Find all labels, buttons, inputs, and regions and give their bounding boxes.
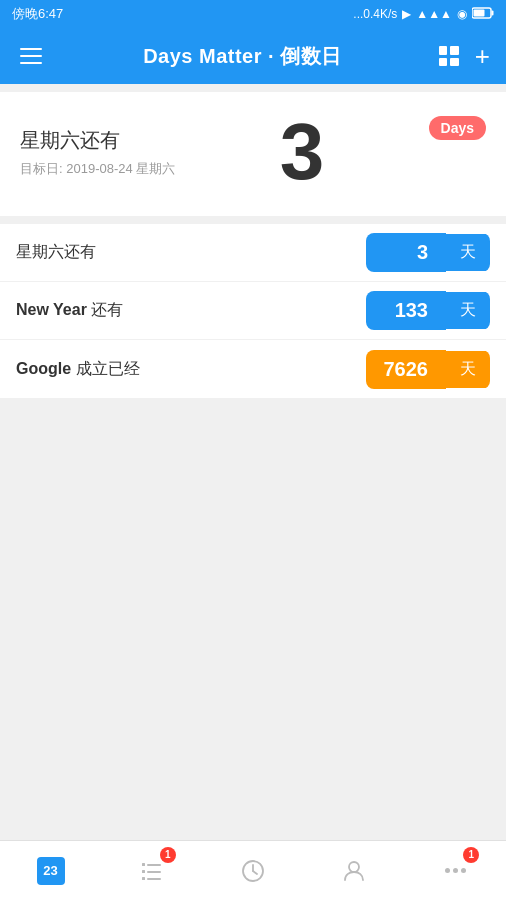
network-speed: ...0.4K/s xyxy=(353,7,397,21)
list-item-count: 3 天 xyxy=(366,233,490,272)
tab-list[interactable]: 1 xyxy=(122,841,182,901)
svg-rect-3 xyxy=(142,863,145,866)
clock-icon xyxy=(239,857,267,885)
svg-rect-2 xyxy=(474,9,485,16)
list-item-number: 7626 xyxy=(366,350,447,389)
list-item-count: 7626 天 xyxy=(366,350,491,389)
tab-user[interactable] xyxy=(324,841,384,901)
svg-rect-4 xyxy=(147,864,161,866)
bottom-nav: 23 1 xyxy=(0,840,506,900)
svg-point-12 xyxy=(349,862,359,872)
signal-icon: ▲▲▲ xyxy=(416,7,452,21)
status-icons: ...0.4K/s ▶ ▲▲▲ ◉ xyxy=(353,7,494,22)
list-item-label: 星期六还有 xyxy=(16,242,96,263)
list-item[interactable]: Google 成立已经 7626 天 xyxy=(0,340,506,398)
list-item-number: 133 xyxy=(366,291,446,330)
tab-clock[interactable] xyxy=(223,841,283,901)
feature-card-title: 星期六还有 xyxy=(20,127,175,154)
list-item-count: 133 天 xyxy=(366,291,490,330)
list-item-label: Google 成立已经 xyxy=(16,359,140,380)
calendar-icon: 23 xyxy=(37,857,65,885)
menu-button[interactable] xyxy=(16,44,46,68)
tab-more[interactable]: 1 xyxy=(425,841,485,901)
list-item-unit: 天 xyxy=(446,292,490,329)
nav-bar: Days Matter · 倒数日 + xyxy=(0,28,506,84)
feature-card-subtitle: 目标日: 2019-08-24 星期六 xyxy=(20,160,175,178)
bluetooth-icon: ▶ xyxy=(402,7,411,21)
svg-line-11 xyxy=(253,871,257,874)
status-bar: 傍晚6:47 ...0.4K/s ▶ ▲▲▲ ◉ xyxy=(0,0,506,28)
status-time: 傍晚6:47 xyxy=(12,5,63,23)
svg-rect-5 xyxy=(142,870,145,873)
grid-view-button[interactable] xyxy=(439,46,459,66)
svg-rect-6 xyxy=(147,871,161,873)
tab-more-badge: 1 xyxy=(463,847,479,863)
tab-list-badge: 1 xyxy=(160,847,176,863)
list-item-number: 3 xyxy=(366,233,446,272)
feature-card-badge: Days xyxy=(429,116,486,140)
list-item-unit: 天 xyxy=(446,351,490,388)
user-icon xyxy=(340,857,368,885)
svg-rect-1 xyxy=(492,10,494,15)
svg-rect-8 xyxy=(147,878,161,880)
feature-card: 星期六还有 目标日: 2019-08-24 星期六 3 Days xyxy=(0,92,506,216)
feature-card-info: 星期六还有 目标日: 2019-08-24 星期六 xyxy=(20,127,175,178)
list-item[interactable]: 星期六还有 3 天 xyxy=(0,224,506,282)
battery-icon xyxy=(472,7,494,22)
list-item[interactable]: New Year 还有 133 天 xyxy=(0,282,506,340)
feature-card-number: 3 xyxy=(280,112,325,192)
empty-area xyxy=(0,398,506,738)
nav-title: Days Matter · 倒数日 xyxy=(143,43,342,70)
add-button[interactable]: + xyxy=(475,43,490,69)
svg-rect-7 xyxy=(142,877,145,880)
nav-right-actions: + xyxy=(439,43,490,69)
tab-calendar[interactable]: 23 xyxy=(21,841,81,901)
list-item-unit: 天 xyxy=(446,234,490,271)
wifi-icon: ◉ xyxy=(457,7,467,21)
countdown-list: 星期六还有 3 天 New Year 还有 133 天 Google 成立已经 … xyxy=(0,224,506,398)
list-item-label: New Year 还有 xyxy=(16,300,123,321)
